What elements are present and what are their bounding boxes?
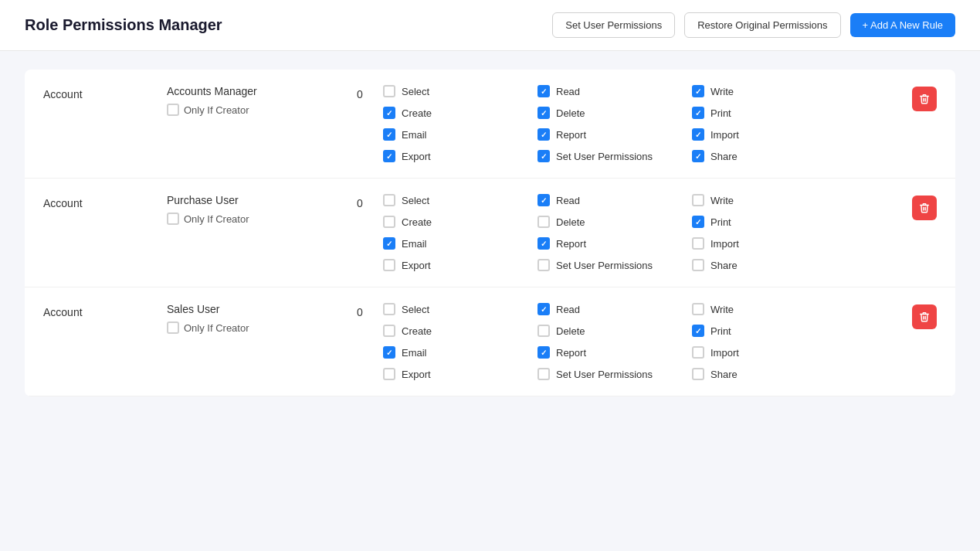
delete-column bbox=[900, 303, 937, 329]
permission-item: Delete bbox=[537, 107, 692, 119]
permission-item: Set User Permissions bbox=[537, 259, 692, 271]
permission-item: Import bbox=[692, 128, 846, 141]
only-if-creator-container: Only If Creator bbox=[167, 321, 337, 334]
permission-item: Write bbox=[692, 85, 846, 97]
permission-label: Share bbox=[710, 369, 738, 380]
permission-checkbox-write[interactable] bbox=[692, 85, 704, 97]
permission-label: Print bbox=[710, 107, 731, 119]
permission-item: Set User Permissions bbox=[537, 368, 692, 380]
permission-label: Email bbox=[402, 347, 427, 359]
permission-label: Delete bbox=[556, 216, 585, 228]
permission-label: Read bbox=[556, 304, 580, 315]
count-value: 0 bbox=[337, 194, 383, 209]
permission-checkbox-print[interactable] bbox=[692, 107, 704, 119]
permission-checkbox-export[interactable] bbox=[383, 368, 395, 380]
permission-label: Export bbox=[402, 369, 431, 380]
permission-checkbox-export[interactable] bbox=[383, 150, 395, 162]
page-title: Role Permissions Manager bbox=[25, 16, 222, 34]
permission-label: Import bbox=[710, 347, 739, 359]
permission-checkbox-export[interactable] bbox=[383, 259, 395, 271]
count-value: 0 bbox=[337, 85, 383, 100]
permission-label: Delete bbox=[556, 107, 585, 119]
permission-item: Create bbox=[383, 107, 537, 119]
permission-checkbox-select[interactable] bbox=[383, 194, 395, 206]
permissions-grid: SelectReadWriteCreateDeletePrintEmailRep… bbox=[383, 194, 900, 271]
permission-label: Create bbox=[402, 325, 432, 337]
permission-checkbox-share[interactable] bbox=[692, 259, 704, 271]
permission-label: Export bbox=[402, 151, 431, 162]
add-new-rule-button[interactable]: + Add A New Rule bbox=[850, 13, 955, 37]
permission-checkbox-create[interactable] bbox=[383, 216, 395, 228]
only-if-creator-checkbox[interactable] bbox=[167, 213, 179, 225]
permission-checkbox-write[interactable] bbox=[692, 194, 704, 206]
only-if-creator-checkbox[interactable] bbox=[167, 321, 179, 334]
permission-label: Report bbox=[556, 238, 586, 250]
permission-label: Print bbox=[710, 216, 731, 228]
delete-button[interactable] bbox=[912, 196, 937, 220]
permission-label: Select bbox=[402, 86, 429, 97]
permission-label: Print bbox=[710, 325, 731, 337]
permission-checkbox-select[interactable] bbox=[383, 85, 395, 97]
permission-item: Print bbox=[692, 325, 846, 337]
table-row: AccountAccounts ManagerOnly If Creator0S… bbox=[25, 70, 955, 179]
permission-item: Email bbox=[383, 237, 537, 250]
only-if-creator-checkbox[interactable] bbox=[167, 104, 179, 116]
permission-item: Import bbox=[692, 237, 846, 250]
permission-checkbox-read[interactable] bbox=[537, 194, 550, 206]
role-column: Purchase UserOnly If Creator bbox=[167, 194, 337, 225]
permission-label: Share bbox=[710, 151, 738, 162]
permission-checkbox-delete[interactable] bbox=[537, 107, 550, 119]
permission-checkbox-create[interactable] bbox=[383, 325, 395, 337]
permission-label: Read bbox=[556, 195, 580, 206]
delete-button[interactable] bbox=[912, 304, 937, 329]
permission-item: Write bbox=[692, 303, 846, 315]
only-if-creator-label: Only If Creator bbox=[184, 104, 249, 116]
permission-checkbox-create[interactable] bbox=[383, 107, 395, 119]
page-header: Role Permissions Manager Set User Permis… bbox=[0, 0, 980, 51]
permission-checkbox-email[interactable] bbox=[383, 237, 395, 250]
table-row: AccountSales UserOnly If Creator0SelectR… bbox=[25, 287, 955, 396]
permission-item: Delete bbox=[537, 325, 692, 337]
delete-column bbox=[900, 194, 937, 220]
main-content: AccountAccounts ManagerOnly If Creator0S… bbox=[0, 51, 980, 415]
permission-checkbox-report[interactable] bbox=[537, 346, 550, 359]
role-name: Purchase User bbox=[167, 194, 337, 206]
restore-original-button[interactable]: Restore Original Permissions bbox=[684, 12, 840, 38]
only-if-creator-label: Only If Creator bbox=[184, 213, 249, 225]
permission-checkbox-delete[interactable] bbox=[537, 216, 550, 228]
module-label: Account bbox=[43, 194, 167, 209]
permission-checkbox-select[interactable] bbox=[383, 303, 395, 315]
permission-item: Export bbox=[383, 150, 537, 162]
permission-label: Create bbox=[402, 216, 432, 228]
permission-checkbox-read[interactable] bbox=[537, 85, 550, 97]
permission-label: Set User Permissions bbox=[556, 369, 653, 380]
set-user-permissions-button[interactable]: Set User Permissions bbox=[552, 12, 675, 38]
permission-checkbox-share[interactable] bbox=[692, 150, 704, 162]
permission-checkbox-read[interactable] bbox=[537, 303, 550, 315]
delete-button[interactable] bbox=[912, 87, 937, 111]
permission-checkbox-report[interactable] bbox=[537, 128, 550, 141]
permission-checkbox-delete[interactable] bbox=[537, 325, 550, 337]
permission-checkbox-email[interactable] bbox=[383, 346, 395, 359]
permission-label: Import bbox=[710, 238, 739, 250]
permission-item: Read bbox=[537, 303, 692, 315]
permission-item: Delete bbox=[537, 216, 692, 228]
permission-checkbox-set-user-permissions[interactable] bbox=[537, 259, 550, 271]
permission-checkbox-email[interactable] bbox=[383, 128, 395, 141]
role-name: Sales User bbox=[167, 303, 337, 315]
permission-item: Read bbox=[537, 85, 692, 97]
permission-checkbox-write[interactable] bbox=[692, 303, 704, 315]
permission-checkbox-import[interactable] bbox=[692, 346, 704, 359]
only-if-creator-label: Only If Creator bbox=[184, 322, 249, 334]
permission-checkbox-print[interactable] bbox=[692, 216, 704, 228]
permission-checkbox-share[interactable] bbox=[692, 368, 704, 380]
permission-label: Report bbox=[556, 129, 586, 141]
permission-checkbox-set-user-permissions[interactable] bbox=[537, 150, 550, 162]
permission-checkbox-import[interactable] bbox=[692, 128, 704, 141]
permission-checkbox-set-user-permissions[interactable] bbox=[537, 368, 550, 380]
permission-label: Share bbox=[710, 260, 738, 271]
permission-checkbox-report[interactable] bbox=[537, 237, 550, 250]
permission-checkbox-print[interactable] bbox=[692, 325, 704, 337]
permission-item: Import bbox=[692, 346, 846, 359]
permission-checkbox-import[interactable] bbox=[692, 237, 704, 250]
